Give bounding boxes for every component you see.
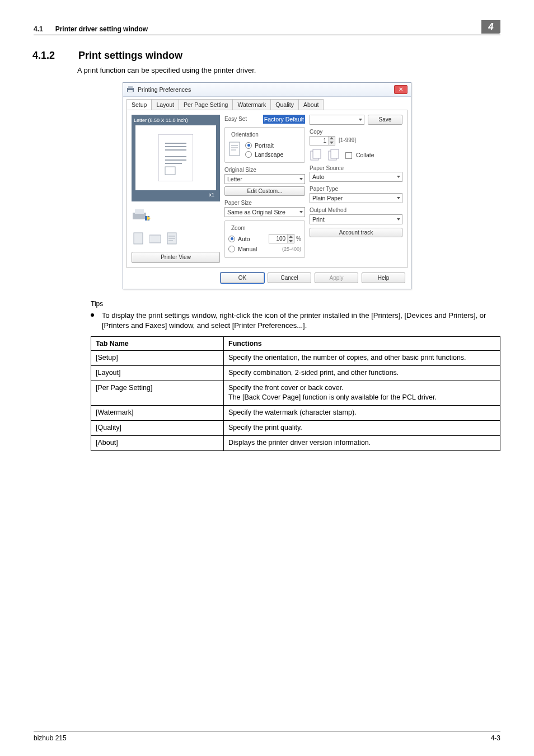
zoom-unit: % xyxy=(296,235,301,243)
spinner-up-icon[interactable] xyxy=(329,137,335,141)
radio-unchecked-icon xyxy=(228,246,235,252)
radio-checked-icon xyxy=(245,142,252,149)
printer-view-button[interactable]: Printer View xyxy=(132,252,220,263)
cancel-button[interactable]: Cancel xyxy=(268,273,311,284)
landscape-thumb-icon[interactable] xyxy=(149,232,161,245)
spinner-down-icon[interactable] xyxy=(288,239,294,243)
close-icon[interactable]: ✕ xyxy=(394,85,407,94)
tips-text: To display the print settings window, ri… xyxy=(102,311,500,330)
portrait-thumb-icon[interactable] xyxy=(133,232,144,245)
zoom-legend: Zoom xyxy=(229,224,247,232)
tab-per-page-setting[interactable]: Per Page Setting xyxy=(179,99,233,110)
table-cell-tabname: [Quality] xyxy=(91,420,224,435)
tab-about[interactable]: About xyxy=(298,99,324,110)
table-cell-functions: Specify the orientation, the number of c… xyxy=(224,351,500,366)
table-header-functions: Functions xyxy=(224,336,500,351)
paper-preview: Letter (8.50 X 11.0 inch) xyxy=(132,115,220,201)
table-cell-tabname: [Per Page Setting] xyxy=(91,381,224,406)
zoom-auto-radio[interactable]: Auto xyxy=(228,234,250,243)
table-row: [Watermark]Specify the watermark (charac… xyxy=(91,405,500,420)
printing-preferences-dialog: Printing Preferences ✕ Setup Layout Per … xyxy=(123,82,411,289)
tab-setup[interactable]: Setup xyxy=(127,99,152,110)
original-size-label: Original Size xyxy=(224,166,305,174)
footer-page: 4-3 xyxy=(491,734,500,743)
bullet-icon xyxy=(91,313,94,317)
dialog-bottom-buttons: OK Cancel Apply Help xyxy=(123,268,411,289)
account-track-button[interactable]: Account track xyxy=(310,228,402,238)
radio-checked-icon xyxy=(228,236,235,242)
svg-rect-1 xyxy=(128,86,133,88)
dialog-titlebar[interactable]: Printing Preferences ✕ xyxy=(123,83,411,97)
collate-label: Collate xyxy=(356,152,374,158)
tips-heading: Tips xyxy=(91,299,500,308)
spinner-down-icon[interactable] xyxy=(329,140,335,145)
spinner-up-icon[interactable] xyxy=(288,234,294,239)
header-section-number: 4.1 xyxy=(34,25,43,34)
tab-quality[interactable]: Quality xyxy=(270,99,299,110)
table-cell-functions: Specify combination, 2-sided print, and … xyxy=(224,366,500,381)
paper-type-label: Paper Type xyxy=(310,185,402,193)
paper-size-select[interactable]: Same as Original Size xyxy=(224,207,305,217)
tab-watermark[interactable]: Watermark xyxy=(232,99,271,110)
paper-size-label: Paper Size xyxy=(224,199,305,207)
original-size-select[interactable]: Letter xyxy=(224,174,305,184)
orientation-portrait-radio[interactable]: Portrait xyxy=(245,141,283,150)
output-method-label: Output Method xyxy=(310,206,402,214)
orientation-legend: Orientation xyxy=(229,131,260,139)
zoom-value: 100 xyxy=(269,234,287,243)
orientation-portrait-label: Portrait xyxy=(255,142,274,149)
collate-icon-2 xyxy=(327,149,342,161)
table-cell-functions: Specify the watermark (character stamp). xyxy=(224,405,500,420)
printer-preview-icon[interactable] xyxy=(133,208,151,223)
copy-range-label: [1-999] xyxy=(339,137,356,144)
collate-checkbox[interactable]: Collate xyxy=(345,151,374,159)
tab-strip: Setup Layout Per Page Setting Watermark … xyxy=(123,97,411,110)
table-cell-tabname: [Layout] xyxy=(91,366,224,381)
orientation-landscape-radio[interactable]: Landscape xyxy=(245,150,283,159)
zoom-value-spinner[interactable]: 100 xyxy=(269,234,294,243)
table-row: [About]Displays the printer driver versi… xyxy=(91,435,500,450)
zoom-group: Zoom Auto 100 xyxy=(224,220,305,258)
svg-rect-14 xyxy=(149,235,161,243)
section-heading: 4.1.2 Print settings window xyxy=(32,49,500,62)
paper-source-select[interactable]: Auto xyxy=(310,172,402,182)
header-section-title: Printer driver setting window xyxy=(55,25,148,34)
zoom-manual-radio[interactable]: Manual xyxy=(228,245,257,253)
table-cell-functions: Specify the print quality. xyxy=(224,420,500,435)
footer-product: bizhub 215 xyxy=(34,734,67,743)
ok-button[interactable]: OK xyxy=(221,273,264,284)
table-cell-functions: Specify the front cover or back cover. T… xyxy=(224,381,500,406)
output-method-select[interactable]: Print xyxy=(310,214,402,224)
table-row: [Layout]Specify combination, 2-sided pri… xyxy=(91,366,500,381)
paper-source-label: Paper Source xyxy=(310,165,402,172)
easy-set-dropdown[interactable] xyxy=(310,115,364,125)
paper-type-select[interactable]: Plain Paper xyxy=(310,193,402,203)
table-cell-functions: Displays the printer driver version info… xyxy=(224,435,500,450)
help-button[interactable]: Help xyxy=(362,273,405,284)
tabs-function-table: Tab Name Functions [Setup]Specify the or… xyxy=(91,336,500,451)
tab-layout[interactable]: Layout xyxy=(151,99,179,110)
easy-set-label: Easy Set xyxy=(224,115,247,123)
orientation-doc-icon xyxy=(228,141,241,157)
edit-custom-button[interactable]: Edit Custom... xyxy=(224,186,305,196)
orientation-group: Orientation Portrait xyxy=(224,127,305,163)
section-intro: A print function can be specified using … xyxy=(77,65,500,76)
preview-thumb-row-2 xyxy=(132,229,220,247)
paper-size-label: Letter (8.50 X 11.0 inch) xyxy=(134,117,218,124)
page-preview-icon xyxy=(135,125,216,190)
table-cell-tabname: [Setup] xyxy=(91,351,224,366)
easy-set-save-button[interactable]: Save xyxy=(368,115,402,125)
zoom-range-label: (25-400) xyxy=(282,246,301,252)
copy-count-value: 1 xyxy=(310,137,328,145)
watermark-thumb-icon[interactable] xyxy=(166,232,177,245)
section-number: 4.1.2 xyxy=(32,49,66,62)
table-cell-tabname: [Watermark] xyxy=(91,405,224,420)
copy-count-spinner[interactable]: 1 xyxy=(310,136,335,145)
apply-button[interactable]: Apply xyxy=(315,273,358,284)
tips-block: Tips To display the print settings windo… xyxy=(91,299,500,330)
dialog-title: Printing Preferences xyxy=(138,86,391,93)
table-row: [Per Page Setting]Specify the front cove… xyxy=(91,381,500,406)
preview-multiplier: x1 xyxy=(134,191,218,199)
checkbox-unchecked-icon xyxy=(345,152,352,159)
svg-rect-26 xyxy=(331,149,339,158)
